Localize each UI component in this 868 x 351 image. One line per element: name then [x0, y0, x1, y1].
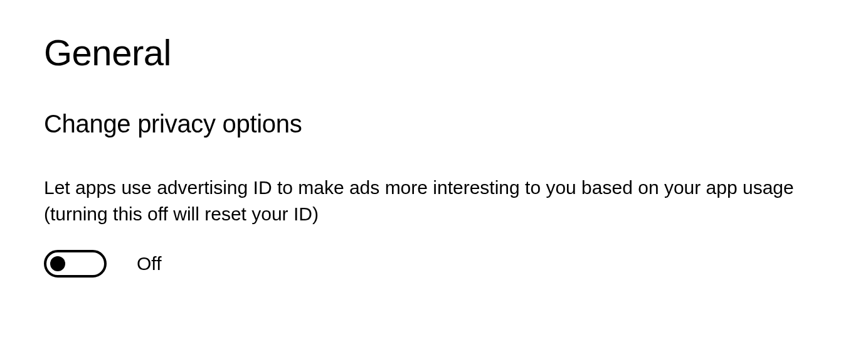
page-title: General: [44, 31, 824, 73]
section-heading-privacy-options: Change privacy options: [44, 110, 824, 138]
toggle-state-label-advertising-id: Off: [137, 253, 161, 274]
toggle-row-advertising-id: Off: [44, 250, 824, 278]
setting-description-advertising-id: Let apps use advertising ID to make ads …: [44, 175, 797, 227]
toggle-switch-advertising-id[interactable]: [44, 250, 107, 278]
toggle-knob-icon: [50, 256, 65, 271]
